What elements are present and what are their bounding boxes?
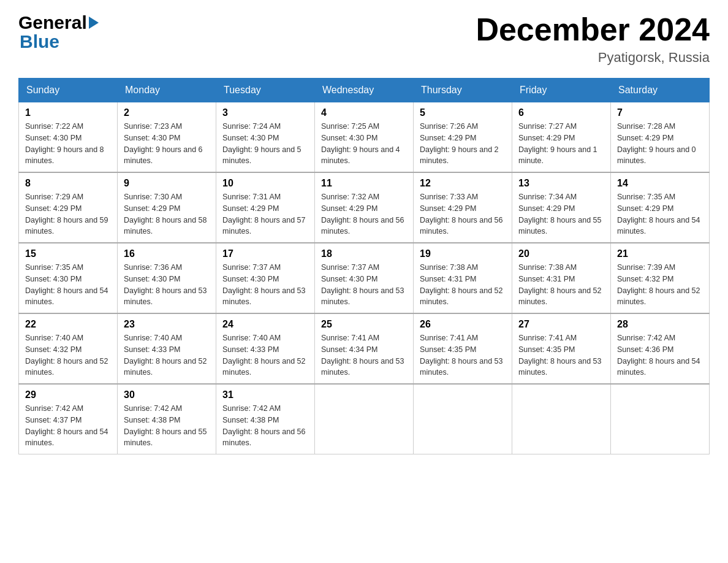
day-cell: 27Sunrise: 7:41 AMSunset: 4:35 PMDayligh… — [512, 313, 611, 384]
logo-text-general: General — [18, 12, 87, 33]
day-info: Sunrise: 7:33 AMSunset: 4:29 PMDaylight:… — [420, 191, 506, 237]
day-cell: 20Sunrise: 7:38 AMSunset: 4:31 PMDayligh… — [512, 243, 611, 313]
day-number: 23 — [124, 319, 210, 330]
day-cell: 3Sunrise: 7:24 AMSunset: 4:30 PMDaylight… — [216, 102, 315, 173]
day-number: 12 — [420, 178, 506, 189]
col-thursday: Thursday — [414, 79, 512, 102]
day-number: 2 — [124, 107, 210, 118]
day-number: 17 — [222, 248, 308, 259]
title-section: December 2024 Pyatigorsk, Russia — [476, 12, 710, 66]
day-number: 6 — [518, 107, 604, 118]
page-header: General Blue December 2024 Pyatigorsk, R… — [18, 12, 710, 66]
day-number: 7 — [617, 107, 703, 118]
day-cell: 22Sunrise: 7:40 AMSunset: 4:32 PMDayligh… — [19, 313, 118, 384]
header-row: Sunday Monday Tuesday Wednesday Thursday… — [19, 79, 710, 102]
day-cell: 11Sunrise: 7:32 AMSunset: 4:29 PMDayligh… — [315, 172, 414, 243]
col-sunday: Sunday — [19, 79, 118, 102]
col-wednesday: Wednesday — [315, 79, 414, 102]
day-cell: 5Sunrise: 7:26 AMSunset: 4:29 PMDaylight… — [414, 102, 512, 173]
day-info: Sunrise: 7:42 AMSunset: 4:38 PMDaylight:… — [124, 403, 210, 449]
day-info: Sunrise: 7:40 AMSunset: 4:33 PMDaylight:… — [124, 332, 210, 378]
day-info: Sunrise: 7:36 AMSunset: 4:30 PMDaylight:… — [124, 262, 210, 308]
day-cell: 15Sunrise: 7:35 AMSunset: 4:30 PMDayligh… — [19, 243, 118, 313]
day-cell — [315, 384, 414, 454]
day-info: Sunrise: 7:41 AMSunset: 4:34 PMDaylight:… — [321, 332, 407, 378]
day-number: 11 — [321, 178, 407, 189]
day-cell: 19Sunrise: 7:38 AMSunset: 4:31 PMDayligh… — [414, 243, 512, 313]
col-friday: Friday — [512, 79, 611, 102]
day-cell: 31Sunrise: 7:42 AMSunset: 4:38 PMDayligh… — [216, 384, 315, 454]
day-info: Sunrise: 7:28 AMSunset: 4:29 PMDaylight:… — [617, 121, 703, 167]
day-number: 18 — [321, 248, 407, 259]
location-subtitle: Pyatigorsk, Russia — [476, 50, 710, 66]
day-number: 16 — [124, 248, 210, 259]
day-cell: 16Sunrise: 7:36 AMSunset: 4:30 PMDayligh… — [118, 243, 216, 313]
day-info: Sunrise: 7:26 AMSunset: 4:29 PMDaylight:… — [420, 121, 506, 167]
day-cell: 25Sunrise: 7:41 AMSunset: 4:34 PMDayligh… — [315, 313, 414, 384]
day-cell: 4Sunrise: 7:25 AMSunset: 4:30 PMDaylight… — [315, 102, 414, 173]
day-cell: 6Sunrise: 7:27 AMSunset: 4:29 PMDaylight… — [512, 102, 611, 173]
day-cell — [414, 384, 512, 454]
week-row-2: 8Sunrise: 7:29 AMSunset: 4:29 PMDaylight… — [19, 172, 710, 243]
day-cell: 7Sunrise: 7:28 AMSunset: 4:29 PMDaylight… — [611, 102, 710, 173]
col-saturday: Saturday — [611, 79, 710, 102]
day-info: Sunrise: 7:23 AMSunset: 4:30 PMDaylight:… — [124, 121, 210, 167]
day-number: 31 — [222, 389, 308, 400]
day-number: 13 — [518, 178, 604, 189]
day-cell: 21Sunrise: 7:39 AMSunset: 4:32 PMDayligh… — [611, 243, 710, 313]
day-info: Sunrise: 7:38 AMSunset: 4:31 PMDaylight:… — [420, 262, 506, 308]
day-cell: 1Sunrise: 7:22 AMSunset: 4:30 PMDaylight… — [19, 102, 118, 173]
day-info: Sunrise: 7:35 AMSunset: 4:29 PMDaylight:… — [617, 191, 703, 237]
day-cell: 23Sunrise: 7:40 AMSunset: 4:33 PMDayligh… — [118, 313, 216, 384]
day-info: Sunrise: 7:25 AMSunset: 4:30 PMDaylight:… — [321, 121, 407, 167]
day-info: Sunrise: 7:35 AMSunset: 4:30 PMDaylight:… — [25, 262, 111, 308]
day-info: Sunrise: 7:41 AMSunset: 4:35 PMDaylight:… — [518, 332, 604, 378]
day-cell: 26Sunrise: 7:41 AMSunset: 4:35 PMDayligh… — [414, 313, 512, 384]
day-number: 22 — [25, 319, 111, 330]
week-row-5: 29Sunrise: 7:42 AMSunset: 4:37 PMDayligh… — [19, 384, 710, 454]
day-info: Sunrise: 7:22 AMSunset: 4:30 PMDaylight:… — [25, 121, 111, 167]
day-number: 15 — [25, 248, 111, 259]
day-number: 24 — [222, 319, 308, 330]
day-info: Sunrise: 7:32 AMSunset: 4:29 PMDaylight:… — [321, 191, 407, 237]
day-info: Sunrise: 7:29 AMSunset: 4:29 PMDaylight:… — [25, 191, 111, 237]
day-info: Sunrise: 7:37 AMSunset: 4:30 PMDaylight:… — [222, 262, 308, 308]
day-number: 28 — [617, 319, 703, 330]
day-number: 27 — [518, 319, 604, 330]
col-monday: Monday — [118, 79, 216, 102]
day-number: 3 — [222, 107, 308, 118]
day-info: Sunrise: 7:31 AMSunset: 4:29 PMDaylight:… — [222, 191, 308, 237]
day-cell: 2Sunrise: 7:23 AMSunset: 4:30 PMDaylight… — [118, 102, 216, 173]
day-info: Sunrise: 7:42 AMSunset: 4:37 PMDaylight:… — [25, 403, 111, 449]
day-cell: 12Sunrise: 7:33 AMSunset: 4:29 PMDayligh… — [414, 172, 512, 243]
day-info: Sunrise: 7:41 AMSunset: 4:35 PMDaylight:… — [420, 332, 506, 378]
day-number: 1 — [25, 107, 111, 118]
day-number: 8 — [25, 178, 111, 189]
day-cell: 17Sunrise: 7:37 AMSunset: 4:30 PMDayligh… — [216, 243, 315, 313]
week-row-3: 15Sunrise: 7:35 AMSunset: 4:30 PMDayligh… — [19, 243, 710, 313]
day-info: Sunrise: 7:42 AMSunset: 4:36 PMDaylight:… — [617, 332, 703, 378]
day-number: 19 — [420, 248, 506, 259]
month-title: December 2024 — [476, 12, 710, 47]
day-number: 4 — [321, 107, 407, 118]
day-cell: 24Sunrise: 7:40 AMSunset: 4:33 PMDayligh… — [216, 313, 315, 384]
day-number: 10 — [222, 178, 308, 189]
day-cell: 28Sunrise: 7:42 AMSunset: 4:36 PMDayligh… — [611, 313, 710, 384]
day-number: 14 — [617, 178, 703, 189]
day-cell: 9Sunrise: 7:30 AMSunset: 4:29 PMDaylight… — [118, 172, 216, 243]
day-number: 21 — [617, 248, 703, 259]
day-info: Sunrise: 7:24 AMSunset: 4:30 PMDaylight:… — [222, 121, 308, 167]
day-cell: 30Sunrise: 7:42 AMSunset: 4:38 PMDayligh… — [118, 384, 216, 454]
calendar-table: Sunday Monday Tuesday Wednesday Thursday… — [18, 78, 710, 454]
day-info: Sunrise: 7:40 AMSunset: 4:33 PMDaylight:… — [222, 332, 308, 378]
day-number: 25 — [321, 319, 407, 330]
week-row-1: 1Sunrise: 7:22 AMSunset: 4:30 PMDaylight… — [19, 102, 710, 173]
day-cell: 13Sunrise: 7:34 AMSunset: 4:29 PMDayligh… — [512, 172, 611, 243]
day-number: 9 — [124, 178, 210, 189]
day-cell: 8Sunrise: 7:29 AMSunset: 4:29 PMDaylight… — [19, 172, 118, 243]
week-row-4: 22Sunrise: 7:40 AMSunset: 4:32 PMDayligh… — [19, 313, 710, 384]
day-cell — [512, 384, 611, 454]
day-info: Sunrise: 7:30 AMSunset: 4:29 PMDaylight:… — [124, 191, 210, 237]
day-info: Sunrise: 7:42 AMSunset: 4:38 PMDaylight:… — [222, 403, 308, 449]
day-cell — [611, 384, 710, 454]
